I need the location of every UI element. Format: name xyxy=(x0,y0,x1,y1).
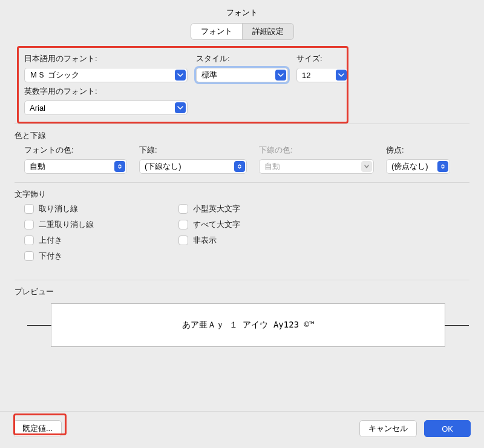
superscript-checkbox[interactable] xyxy=(24,236,34,245)
chevron-updown-icon xyxy=(437,161,448,172)
chevron-updown-icon xyxy=(234,161,245,172)
tab-bar: フォント 詳細設定 xyxy=(0,23,484,40)
color-underline-heading: 色と下線 xyxy=(15,130,469,141)
hidden-checkbox[interactable] xyxy=(178,236,188,245)
underline-value: (下線なし) xyxy=(145,161,182,172)
font-color-label: フォントの色: xyxy=(24,145,133,156)
tab-advanced[interactable]: 詳細設定 xyxy=(242,24,293,39)
ok-button[interactable]: OK xyxy=(424,420,471,437)
preview-sample: あア亜Ａｙ １ アイウ Ay123 ©™ xyxy=(182,320,315,331)
effects-heading: 文字飾り xyxy=(15,189,469,200)
preview-box: あア亜Ａｙ １ アイウ Ay123 ©™ xyxy=(51,303,445,347)
hidden-label: 非表示 xyxy=(193,235,217,246)
underline-label: 下線: xyxy=(139,145,253,156)
strike-checkbox[interactable] xyxy=(24,204,34,214)
double-strike-checkbox[interactable] xyxy=(24,220,34,229)
dialog-title: フォント xyxy=(0,0,484,23)
subscript-label: 下付き xyxy=(39,251,62,262)
chevron-updown-icon xyxy=(114,161,125,172)
highlight-box-bottom xyxy=(13,413,67,435)
underline-color-label: 下線の色: xyxy=(259,145,380,156)
underline-color-select: 自動 xyxy=(259,159,374,174)
emphasis-label: 傍点: xyxy=(386,145,453,156)
emphasis-select[interactable]: (傍点なし) xyxy=(386,159,450,174)
allcaps-checkbox[interactable] xyxy=(178,220,188,229)
tab-font[interactable]: フォント xyxy=(191,24,242,39)
highlight-box-top xyxy=(17,46,348,124)
superscript-label: 上付き xyxy=(39,235,62,246)
underline-color-value: 自動 xyxy=(264,161,280,172)
cancel-button[interactable]: キャンセル xyxy=(359,420,417,437)
strike-label: 取り消し線 xyxy=(39,203,78,214)
font-color-value: 自動 xyxy=(30,161,45,172)
subscript-checkbox[interactable] xyxy=(24,251,34,261)
double-strike-label: 二重取り消し線 xyxy=(39,219,94,230)
font-color-select[interactable]: 自動 xyxy=(24,159,127,174)
chevron-down-icon xyxy=(361,161,372,172)
preview-heading: プレビュー xyxy=(15,286,469,297)
underline-select[interactable]: (下線なし) xyxy=(139,159,247,174)
allcaps-label: すべて大文字 xyxy=(193,219,240,230)
smallcaps-checkbox[interactable] xyxy=(178,204,188,214)
emphasis-value: (傍点なし) xyxy=(391,161,428,172)
smallcaps-label: 小型英大文字 xyxy=(193,203,240,214)
